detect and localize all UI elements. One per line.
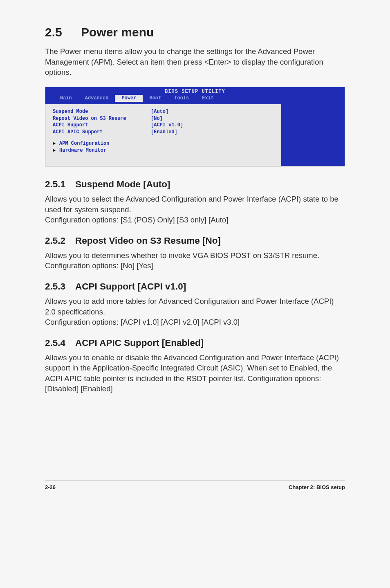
section-intro: The Power menu items allow you to change… <box>45 46 345 78</box>
bios-row-value: [Enabled] <box>151 129 183 136</box>
subsection-heading: 2.5.4 ACPI APIC Support [Enabled] <box>45 337 345 349</box>
bios-screenshot: BIOS SETUP UTILITY Main Advanced Power B… <box>45 87 345 166</box>
subsection-heading: 2.5.3 ACPI Support [ACPI v1.0] <box>45 280 345 293</box>
subsection-title: ACPI Support [ACPI v1.0] <box>75 280 186 293</box>
bios-row-label: ACPI Support <box>53 122 151 129</box>
page-footer: 2-26 Chapter 2: BIOS setup <box>45 480 345 491</box>
bios-main-panel: Suspend Mode Repost Video on S3 Resume A… <box>45 104 281 166</box>
bios-body: Suspend Mode Repost Video on S3 Resume A… <box>45 104 345 166</box>
bios-tab-tools: Tools <box>168 95 195 102</box>
subsection-title: Suspend Mode [Auto] <box>75 178 170 191</box>
section-number: 2.5 <box>45 24 81 40</box>
bios-labels-col: Suspend Mode Repost Video on S3 Resume A… <box>53 108 151 135</box>
subsection-title: Repost Video on S3 Resume [No] <box>75 234 221 247</box>
bios-header: BIOS SETUP UTILITY Main Advanced Power B… <box>45 87 345 104</box>
caret-right-icon: ▶ <box>53 147 59 154</box>
bios-submenu-label: APM Configuration <box>59 140 109 147</box>
bios-submenu-row: ▶ APM Configuration <box>53 140 274 147</box>
section-title: Power menu <box>81 24 154 40</box>
subsection-body: Allows you to select the Advanced Config… <box>45 194 345 215</box>
bios-help-panel <box>281 104 345 166</box>
footer-spacer <box>56 484 289 491</box>
bios-tab-main: Main <box>54 95 78 102</box>
subsection-heading: 2.5.1 Suspend Mode [Auto] <box>45 178 345 191</box>
bios-tab-power: Power <box>115 95 143 102</box>
bios-tab-boot: Boot <box>143 95 168 102</box>
subsection-number: 2.5.4 <box>45 337 75 349</box>
bios-row-label: Suspend Mode <box>53 108 151 115</box>
bios-submenu-label: Hardware Monitor <box>59 147 106 154</box>
bios-row-value: [Auto] <box>151 108 183 115</box>
subsection-number: 2.5.3 <box>45 280 75 293</box>
bios-row-label: ACPI APIC Support <box>53 129 151 136</box>
subsection-heading: 2.5.2 Repost Video on S3 Resume [No] <box>45 234 345 247</box>
bios-row-value: [ACPI v1.0] <box>151 122 183 129</box>
bios-row-value: [No] <box>151 115 183 122</box>
subsection-number: 2.5.2 <box>45 234 75 247</box>
subsection-body: Allows you to determines whether to invo… <box>45 250 345 271</box>
bios-row-label: Repost Video on S3 Resume <box>53 115 151 122</box>
caret-right-icon: ▶ <box>53 140 59 147</box>
bios-title: BIOS SETUP UTILITY <box>45 88 345 95</box>
subsection-config: Configuration options: [S1 (POS) Only] [… <box>45 215 345 225</box>
bios-tab-exit: Exit <box>195 95 220 102</box>
bios-tab-bar: Main Advanced Power Boot Tools Exit <box>45 95 345 102</box>
bios-values-col: [Auto] [No] [ACPI v1.0] [Enabled] <box>151 108 183 135</box>
subsection-body: Allows you to enable or disable the Adva… <box>45 352 345 394</box>
subsection-body: Allows you to add more tables for Advanc… <box>45 296 345 317</box>
section-heading: 2.5 Power menu <box>45 24 345 40</box>
subsection-title: ACPI APIC Support [Enabled] <box>75 337 204 349</box>
page-number: 2-26 <box>45 484 56 491</box>
bios-tab-advanced: Advanced <box>78 95 115 102</box>
chapter-label: Chapter 2: BIOS setup <box>289 484 345 491</box>
subsection-config: Configuration options: [ACPI v1.0] [ACPI… <box>45 317 345 328</box>
bios-submenu-row: ▶ Hardware Monitor <box>53 147 274 154</box>
subsection-number: 2.5.1 <box>45 178 75 191</box>
